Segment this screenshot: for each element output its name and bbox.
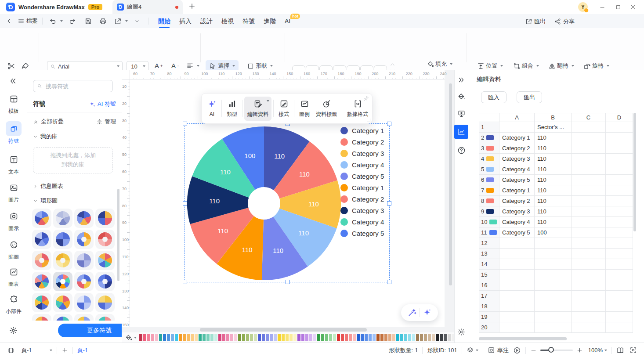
cell-D7[interactable] — [606, 185, 633, 196]
back-button[interactable] — [4, 15, 15, 27]
collapse-all-button[interactable]: 全部折疊 — [33, 118, 64, 126]
cell-C12[interactable] — [572, 238, 606, 249]
row-header-5[interactable]: 5 — [479, 164, 499, 175]
cell-B5[interactable]: 110 — [535, 164, 572, 175]
cell-B17[interactable] — [535, 291, 572, 301]
symbol-thumb-4[interactable] — [95, 209, 115, 228]
cell-D4[interactable] — [606, 154, 633, 164]
palette-color-57[interactable] — [361, 334, 364, 341]
row-header-11[interactable]: 11 — [479, 227, 499, 238]
palette-color-74[interactable] — [428, 334, 431, 341]
cell-B12[interactable] — [535, 238, 572, 249]
cell-A18[interactable] — [499, 301, 535, 312]
palette-color-7[interactable] — [163, 334, 166, 341]
toolbar-resize-handle[interactable] — [367, 119, 370, 122]
cell-C9[interactable] — [572, 206, 606, 217]
row-header-20[interactable]: 20 — [479, 322, 499, 333]
palette-color-8[interactable] — [167, 334, 170, 341]
menu-tab-開始[interactable]: 開始 — [154, 14, 175, 28]
donut-chart[interactable]: 110110110110110110110110110100 — [186, 125, 342, 281]
palette-color-62[interactable] — [380, 334, 384, 341]
cell-B7[interactable]: 110 — [535, 185, 572, 196]
section-ring-charts[interactable]: 環形圖 — [33, 197, 116, 205]
legend-item-8[interactable]: Category 3 — [340, 205, 384, 216]
legend-item-6[interactable]: Category 1 — [340, 182, 384, 193]
close-button[interactable] — [626, 1, 640, 13]
share-caret-icon[interactable] — [125, 20, 128, 22]
flip-button[interactable]: 翻轉 — [548, 62, 574, 70]
symbol-thumb-23[interactable] — [74, 314, 94, 321]
palette-color-65[interactable] — [392, 334, 395, 341]
series-color-chip[interactable] — [486, 156, 494, 161]
magic-wand-button[interactable] — [408, 308, 416, 317]
import-button[interactable]: 匯入 — [481, 91, 507, 103]
palette-color-24[interactable] — [230, 334, 233, 341]
row-header-19[interactable]: 19 — [479, 312, 499, 322]
palette-color-48[interactable] — [325, 334, 328, 341]
layers-caret-icon[interactable] — [476, 350, 478, 351]
pages-overview-button[interactable] — [616, 346, 624, 354]
palette-color-63[interactable] — [384, 334, 387, 341]
symbol-thumb-3[interactable] — [74, 209, 94, 228]
cell-A5[interactable]: Category 4 — [499, 164, 535, 175]
symbol-thumb-8[interactable] — [95, 230, 115, 249]
palette-color-77[interactable] — [440, 334, 443, 341]
series-color-chip[interactable] — [486, 188, 494, 193]
symbol-thumb-11[interactable] — [74, 251, 94, 270]
palette-color-15[interactable] — [195, 334, 198, 341]
symbol-thumb-20[interactable] — [95, 293, 115, 312]
cell-C19[interactable] — [572, 312, 606, 322]
align-text-button[interactable] — [186, 62, 199, 69]
cell-D9[interactable] — [606, 206, 633, 217]
palette-color-38[interactable] — [286, 334, 289, 341]
palette-color-42[interactable] — [301, 334, 304, 341]
position-button[interactable]: 位置 — [477, 62, 503, 70]
symbol-search[interactable] — [33, 80, 113, 92]
undo-caret-icon[interactable] — [60, 20, 63, 22]
legend-item-5[interactable]: Category 5 — [340, 170, 384, 182]
palette-color-73[interactable] — [424, 334, 427, 341]
palette-color-40[interactable] — [293, 334, 297, 341]
cell-D19[interactable] — [606, 312, 633, 322]
cell-A9[interactable]: Category 3 — [499, 206, 535, 217]
row-header-1[interactable]: 1 — [479, 122, 499, 133]
cell-D11[interactable] — [606, 227, 633, 238]
cell-B4[interactable]: 110 — [535, 154, 572, 164]
palette-color-71[interactable] — [416, 334, 419, 341]
cell-A4[interactable]: Category 3 — [499, 154, 535, 164]
cell-C10[interactable] — [572, 217, 606, 227]
sidebar-item-template[interactable]: 模板 — [0, 91, 27, 115]
symbol-thumb-17[interactable] — [32, 293, 51, 312]
canvas-v-scrollbar[interactable] — [449, 83, 452, 285]
sidebar-item-symbols[interactable]: 符號 — [0, 121, 27, 145]
palette-color-14[interactable] — [191, 334, 194, 341]
symbol-search-input[interactable] — [45, 83, 109, 90]
palette-color-22[interactable] — [222, 334, 225, 341]
sidebar-item-widget[interactable]: 小部件 — [0, 292, 27, 315]
pin-icon[interactable] — [363, 96, 369, 101]
palette-color-25[interactable] — [234, 334, 237, 341]
legend-item-3[interactable]: Category 3 — [340, 148, 384, 159]
decrease-font-button[interactable]: A− — [171, 62, 179, 69]
palette-color-66[interactable] — [396, 334, 399, 341]
manage-library-button[interactable]: 管理 — [97, 118, 116, 126]
legend-item-7[interactable]: Category 2 — [340, 193, 384, 205]
cell-C17[interactable] — [572, 291, 606, 301]
symbol-thumb-12[interactable] — [95, 251, 115, 270]
row-header-12[interactable]: 12 — [479, 238, 499, 249]
document-tab[interactable]: Ɗ 繪圖4 — [112, 0, 183, 14]
sidebar-settings-button[interactable] — [9, 326, 18, 335]
page-layout-icon[interactable] — [7, 346, 15, 354]
export-data-button[interactable]: 匯出 — [517, 91, 542, 103]
series-color-chip[interactable] — [486, 167, 494, 172]
undo-button[interactable] — [47, 15, 58, 27]
page-tab[interactable]: 頁-1 — [77, 346, 88, 354]
menu-tab-設計[interactable]: 設計 — [196, 14, 217, 28]
cell-A13[interactable] — [499, 249, 535, 259]
palette-color-29[interactable] — [250, 334, 253, 341]
page-name[interactable]: 頁-1 — [21, 346, 32, 354]
cell-C20[interactable] — [572, 322, 606, 333]
row-header-15[interactable]: 15 — [479, 270, 499, 280]
cell-C11[interactable] — [572, 227, 606, 238]
palette-color-51[interactable] — [337, 334, 340, 341]
